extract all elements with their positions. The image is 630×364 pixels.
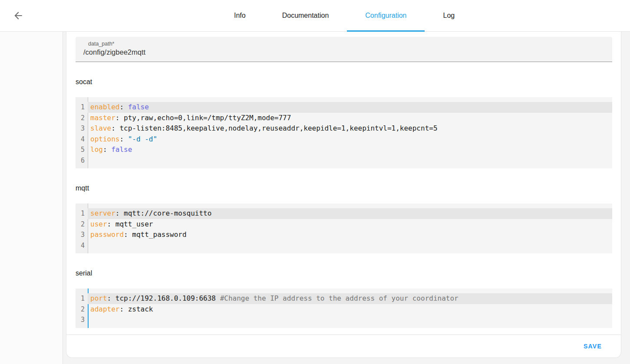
code-line[interactable]: 2user: mqtt_user <box>76 219 612 230</box>
code-line[interactable]: 6 <box>76 155 612 166</box>
yaml-token-key: server <box>90 209 115 217</box>
code-line[interactable]: 2adapter: zstack <box>76 304 612 315</box>
code-line[interactable]: 4options: "-d -d" <box>76 134 612 145</box>
code-content[interactable]: options: "-d -d" <box>88 134 612 145</box>
code-line[interactable]: 1server: mqtt://core-mosquitto <box>76 208 612 219</box>
yaml-editor-mqtt[interactable]: 1server: mqtt://core-mosquitto2user: mqt… <box>76 203 612 253</box>
code-line[interactable]: 3 <box>76 315 612 325</box>
yaml-token-plain: : <box>119 135 128 143</box>
code-line[interactable]: 2master: pty,raw,echo=0,link=/tmp/ttyZ2M… <box>76 113 612 124</box>
tab-documentation[interactable]: Documentation <box>264 0 347 31</box>
line-number: 1 <box>76 208 88 219</box>
back-button[interactable] <box>12 10 24 22</box>
yaml-token-key: port <box>90 294 107 302</box>
yaml-token-key: slave <box>90 124 111 132</box>
code-content[interactable]: adapter: zstack <box>88 304 612 315</box>
code-content[interactable]: enabled: false <box>88 102 612 113</box>
code-content[interactable]: log: false <box>88 144 612 155</box>
yaml-token-plain: : mqtt_user <box>107 220 153 228</box>
data-path-field[interactable]: data_path* /config/zigbee2mqtt <box>76 37 612 62</box>
code-content[interactable]: port: tcp://192.168.0.109:6638 #Change t… <box>88 293 612 304</box>
line-number: 2 <box>76 304 88 315</box>
yaml-token-plain: : tcp://192.168.0.109:6638 <box>107 294 220 302</box>
code-line[interactable]: 3password: mqtt_password <box>76 230 612 240</box>
data-path-value[interactable]: /config/zigbee2mqtt <box>83 48 605 56</box>
line-number: 2 <box>76 113 88 124</box>
yaml-token-key: master <box>90 114 115 122</box>
code-content[interactable] <box>88 240 612 251</box>
yaml-token-com: #Change the IP address to the address of… <box>220 294 458 302</box>
footer-bar: SAVE <box>66 334 621 357</box>
yaml-token-plain: : pty,raw,echo=0,link=/tmp/ttyZ2M,mode=7… <box>115 114 291 122</box>
yaml-token-plain: : <box>119 103 128 111</box>
yaml-token-key: options <box>90 135 119 143</box>
yaml-token-key: log <box>90 145 103 154</box>
yaml-token-plain: : mqtt_password <box>124 230 187 239</box>
code-content[interactable]: password: mqtt_password <box>88 230 612 240</box>
yaml-token-str: "-d -d" <box>128 135 157 143</box>
yaml-editor-socat[interactable]: 1enabled: false2master: pty,raw,echo=0,l… <box>76 97 612 168</box>
code-content[interactable]: user: mqtt_user <box>88 219 612 230</box>
code-content[interactable]: slave: tcp-listen:8485,keepalive,nodelay… <box>88 123 612 134</box>
tab-log[interactable]: Log <box>425 0 473 31</box>
code-line[interactable]: 3slave: tcp-listen:8485,keepalive,nodela… <box>76 123 612 134</box>
app-header: Info Documentation Configuration Log <box>0 0 630 32</box>
line-number: 5 <box>76 144 88 155</box>
code-content[interactable] <box>88 155 612 166</box>
section-title-socat: socat <box>76 78 612 86</box>
tab-bar: Info Documentation Configuration Log <box>216 0 473 31</box>
line-number: 1 <box>76 293 88 304</box>
page-background: data_path* /config/zigbee2mqtt socat1ena… <box>0 32 630 364</box>
yaml-token-plain: : mqtt://core-mosquitto <box>115 209 212 217</box>
code-content[interactable] <box>88 315 612 325</box>
yaml-sections: socat1enabled: false2master: pty,raw,ech… <box>76 78 612 328</box>
arrow-left-icon <box>13 10 24 21</box>
code-line[interactable]: 1enabled: false <box>76 102 612 113</box>
code-content[interactable]: master: pty,raw,echo=0,link=/tmp/ttyZ2M,… <box>88 113 612 124</box>
yaml-token-key: enabled <box>90 103 119 111</box>
line-number: 3 <box>76 230 88 240</box>
configuration-panel: data_path* /config/zigbee2mqtt socat1ena… <box>66 32 621 358</box>
yaml-token-plain: : zstack <box>119 305 153 313</box>
configuration-form: data_path* /config/zigbee2mqtt socat1ena… <box>66 32 621 334</box>
yaml-token-plain: : tcp-listen:8485,keepalive,nodelay,reus… <box>111 124 437 132</box>
code-content[interactable]: server: mqtt://core-mosquitto <box>88 208 612 219</box>
left-panel <box>0 32 63 364</box>
yaml-token-kw: false <box>111 145 132 154</box>
line-number: 1 <box>76 102 88 113</box>
line-number: 2 <box>76 219 88 230</box>
save-button[interactable]: SAVE <box>579 339 606 353</box>
yaml-token-key: password <box>90 230 124 239</box>
section-title-serial: serial <box>76 269 612 277</box>
yaml-token-kw: false <box>128 103 149 111</box>
yaml-token-plain: : <box>103 145 111 154</box>
yaml-token-key: user <box>90 220 107 228</box>
line-number: 6 <box>76 155 88 166</box>
code-line[interactable]: 1port: tcp://192.168.0.109:6638 #Change … <box>76 293 612 304</box>
tab-configuration[interactable]: Configuration <box>347 0 425 31</box>
section-title-mqtt: mqtt <box>76 184 612 192</box>
code-line[interactable]: 5log: false <box>76 144 612 155</box>
code-line[interactable]: 4 <box>76 240 612 251</box>
line-number: 4 <box>76 134 88 145</box>
line-number: 4 <box>76 240 88 251</box>
data-path-label: data_path* <box>88 41 605 47</box>
line-number: 3 <box>76 315 88 325</box>
line-number: 3 <box>76 123 88 134</box>
yaml-editor-serial[interactable]: 1port: tcp://192.168.0.109:6638 #Change … <box>76 289 612 328</box>
yaml-token-key: adapter <box>90 305 119 313</box>
tab-info[interactable]: Info <box>216 0 264 31</box>
